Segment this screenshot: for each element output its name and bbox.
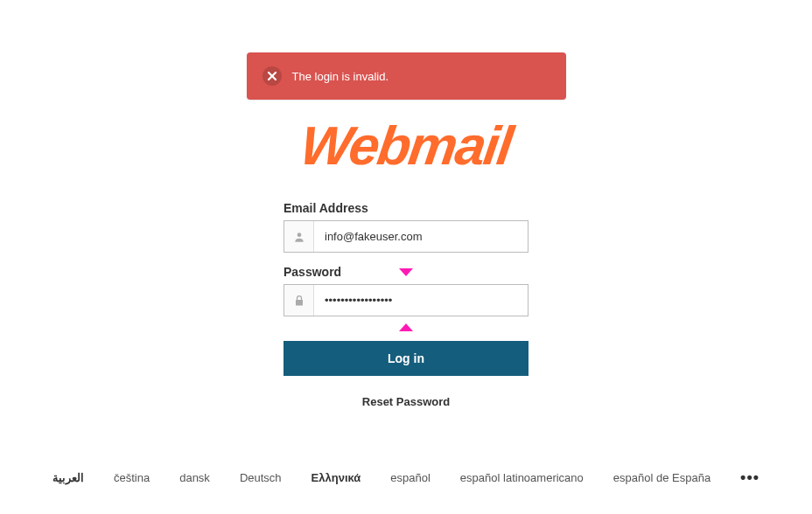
email-input-wrap bbox=[284, 220, 528, 253]
reset-password-link[interactable]: Reset Password bbox=[284, 395, 528, 408]
language-option[interactable]: Deutsch bbox=[240, 471, 282, 484]
password-input[interactable] bbox=[314, 285, 528, 316]
svg-point-2 bbox=[297, 233, 301, 237]
language-option[interactable]: Ελληνικά bbox=[312, 471, 361, 484]
cursor-indicator-top bbox=[399, 276, 413, 292]
language-option[interactable]: español latinoamericano bbox=[460, 471, 584, 484]
email-label: Email Address bbox=[284, 201, 528, 215]
language-more-icon[interactable]: ••• bbox=[740, 474, 760, 482]
lock-icon bbox=[284, 285, 314, 316]
login-button[interactable]: Log in bbox=[284, 341, 528, 376]
language-option[interactable]: español de España bbox=[613, 471, 710, 484]
language-option[interactable]: dansk bbox=[179, 471, 210, 484]
logo: Webmail bbox=[301, 119, 511, 173]
logo-text: Webmail bbox=[298, 119, 515, 173]
language-option[interactable]: العربية bbox=[52, 471, 84, 484]
email-input[interactable] bbox=[314, 221, 528, 252]
svg-rect-3 bbox=[296, 300, 303, 306]
password-input-wrap bbox=[284, 284, 528, 316]
language-bar: العربيةčeštinadanskDeutschΕλληνικάespaño… bbox=[0, 471, 812, 484]
error-message: The login is invalid. bbox=[292, 70, 389, 83]
user-icon bbox=[284, 221, 314, 252]
cursor-indicator-bottom bbox=[399, 309, 413, 324]
error-alert: The login is invalid. bbox=[247, 52, 566, 100]
login-form: Email Address Password Log in bbox=[284, 189, 528, 408]
error-icon bbox=[262, 66, 282, 86]
language-option[interactable]: español bbox=[390, 471, 430, 484]
language-option[interactable]: čeština bbox=[114, 471, 150, 484]
